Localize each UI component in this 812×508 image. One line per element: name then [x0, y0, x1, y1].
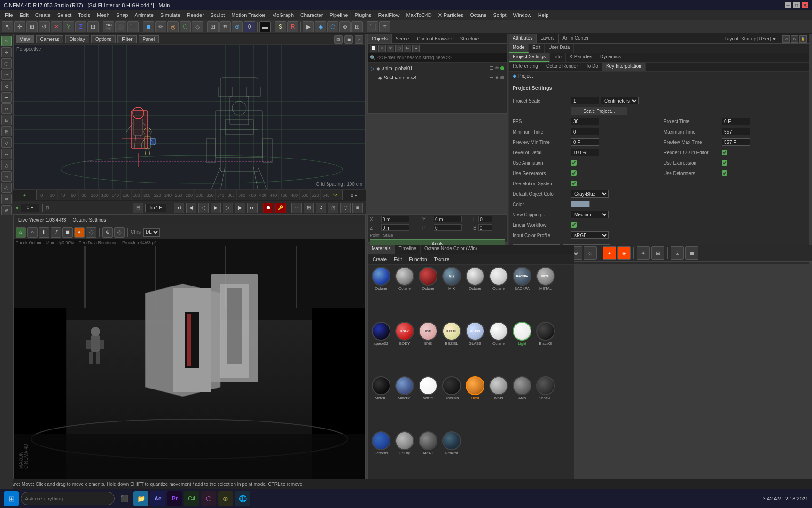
menu-render[interactable]: Render — [184, 11, 207, 19]
mat-item-blackgl[interactable]: BlackGl — [534, 322, 557, 376]
tool-s[interactable]: S — [275, 21, 286, 32]
tool-bridge[interactable]: ⊟ — [1, 115, 12, 125]
menu-motion-tracker[interactable]: Motion Tracker — [228, 11, 268, 19]
mat-item-octane5[interactable]: Octane — [487, 267, 510, 321]
scale-project-btn[interactable]: Scale Project... — [571, 107, 627, 115]
lv-render[interactable]: ● — [74, 227, 85, 238]
menu-character[interactable]: Character — [297, 11, 326, 19]
tool-bevel[interactable]: ◇ — [1, 137, 12, 148]
menu-create[interactable]: Create — [32, 11, 54, 19]
attr-edit-tab[interactable]: Edit — [529, 44, 545, 53]
mat-item-shaft[interactable]: Shaft-El — [534, 376, 557, 430]
menu-snap[interactable]: Snap — [113, 11, 131, 19]
y-input[interactable] — [434, 216, 462, 222]
mat-item-floor[interactable]: Floor — [464, 376, 486, 430]
project-scale-input[interactable] — [571, 97, 599, 104]
tool-r[interactable]: R — [287, 21, 298, 32]
mat-item-white[interactable]: White — [417, 376, 439, 430]
lv-reload[interactable]: ↺ — [51, 227, 61, 238]
menu-select[interactable]: Select — [55, 11, 75, 19]
viewport-tab-filter[interactable]: Filter — [117, 35, 136, 43]
tool-camera[interactable]: ⬡ — [180, 21, 191, 32]
tool-spline[interactable]: 〜 — [1, 70, 12, 80]
node-btn-red2[interactable]: ◈ — [617, 246, 631, 260]
mat-item-octane7[interactable]: Light — [511, 322, 533, 376]
lod-input[interactable] — [571, 149, 599, 156]
minimize-button[interactable]: ─ — [785, 2, 791, 8]
mat-tab-octane[interactable]: Octane Node Color (Win) — [421, 245, 481, 254]
attr-btn-lock[interactable]: 🔒 — [799, 35, 807, 43]
use-deformers-cb[interactable] — [722, 170, 727, 176]
menu-maxtoc4d[interactable]: MaxToC4D — [403, 11, 434, 19]
viewport-tab-cameras[interactable]: Cameras — [36, 35, 64, 43]
p-input[interactable] — [434, 224, 462, 231]
mat-menu-create[interactable]: Create — [370, 256, 390, 263]
tool-grid[interactable]: ⊞ — [207, 21, 219, 32]
start-button[interactable]: ⊞ — [4, 491, 19, 506]
tool-snap[interactable]: ⊕ — [232, 21, 243, 32]
menu-animate[interactable]: Animate — [132, 11, 156, 19]
mat-item-screens[interactable]: Screens — [370, 431, 392, 485]
use-expression-cb[interactable] — [722, 160, 727, 166]
tool-grid2[interactable]: ≋ — [219, 21, 231, 32]
x-input[interactable] — [381, 216, 409, 222]
lv-render2[interactable]: ◌ — [86, 227, 96, 238]
mat-menu-edit[interactable]: Edit — [391, 256, 405, 263]
attr-userdata-tab[interactable]: User Data — [545, 44, 574, 53]
lv-settings[interactable]: Octane Settings — [70, 216, 109, 223]
tool-move[interactable]: ✛ — [14, 21, 25, 32]
lv-view[interactable]: ◎ — [114, 227, 125, 238]
close-button[interactable]: ✕ — [802, 2, 808, 8]
tool-rotate[interactable]: ↺ — [39, 21, 50, 32]
anim-next-frame[interactable]: ▷ — [223, 203, 233, 213]
tool-magnet[interactable]: ☰ — [1, 92, 12, 103]
menu-realflow[interactable]: RealFlow — [375, 11, 403, 19]
tool-x[interactable]: ✕ — [51, 21, 62, 32]
attr-tab-layers[interactable]: Layers — [537, 34, 559, 43]
taskbar-icon-c4d[interactable]: C4 — [184, 491, 199, 506]
tool-lasso[interactable]: ⊙ — [1, 81, 12, 91]
mat-item-arcsz[interactable]: Arcs-Z — [417, 431, 439, 485]
tool-iron[interactable]: △ — [1, 160, 12, 170]
viewport-canvas[interactable]: Perspective Grid Spacing : 100 cm — [14, 45, 365, 189]
search-bar[interactable] — [21, 492, 115, 505]
anim-go-start[interactable]: ⏮ — [174, 203, 184, 213]
node-btn-6[interactable]: ◇ — [584, 246, 597, 260]
mat-menu-function[interactable]: Function — [406, 256, 429, 263]
tool-paint[interactable]: ✏ — [155, 21, 166, 32]
timeline[interactable]: ● 0 20 40 60 80 100 120 140 160 180 200 … — [13, 189, 366, 200]
viewport-tab-panel[interactable]: Panel — [139, 35, 159, 43]
mat-item-mix[interactable]: MIX MIX — [440, 267, 463, 321]
tool-deform[interactable]: ◇ — [192, 21, 203, 32]
obj-tool-view[interactable]: 👁 — [387, 45, 394, 52]
attr-octane-render-tab[interactable]: Octane Render — [542, 63, 582, 71]
anim-prev-key[interactable]: ◀ — [186, 203, 196, 213]
viewport[interactable]: View Cameras Display Options Filter Pane… — [13, 34, 366, 189]
mat-item-space[interactable]: space02 — [370, 322, 392, 376]
use-motion-cb[interactable] — [571, 181, 577, 186]
tool-z[interactable]: Z — [75, 21, 86, 32]
tool-render2[interactable]: 🎥 — [115, 21, 126, 32]
mat-item-octane2[interactable]: Octane — [393, 267, 416, 321]
obj-item-scifi[interactable]: ◆ Sci-Fi-Interior-8 ☰ 👁 — [369, 73, 506, 82]
node-btn-red1[interactable]: ● — [603, 246, 616, 260]
obj-tool-edit[interactable]: ✏ — [378, 45, 386, 52]
prev-max-time-input[interactable] — [722, 138, 750, 146]
mat-item-octane4[interactable]: Octane — [464, 267, 486, 321]
menu-mograph[interactable]: MoGraph — [269, 11, 297, 19]
anim-key-all[interactable]: ↔ — [291, 203, 302, 213]
node-btn-graph[interactable]: ◼ — [685, 246, 698, 260]
tool-light[interactable]: ◎ — [167, 21, 179, 32]
objects-tab-scene[interactable]: Scene — [392, 34, 413, 43]
attr-key-interp-tab[interactable]: Key Interpolation — [602, 63, 646, 71]
menu-xparticles[interactable]: X-Particles — [436, 11, 466, 19]
mat-item-reactor[interactable]: Reactor — [440, 431, 463, 485]
viewport-btn-2[interactable]: ◼ — [344, 35, 353, 44]
tool-paint-l[interactable]: ✏ — [1, 194, 12, 204]
anim-key-pos[interactable]: ↺ — [316, 203, 326, 213]
tool-render[interactable]: 🎬 — [103, 21, 114, 32]
tool-poly[interactable]: ⬡ — [1, 58, 12, 69]
mat-item-walls[interactable]: Walls — [487, 376, 510, 430]
project-time-input[interactable] — [722, 118, 750, 125]
tool-render3[interactable]: ⬛ — [127, 21, 139, 32]
